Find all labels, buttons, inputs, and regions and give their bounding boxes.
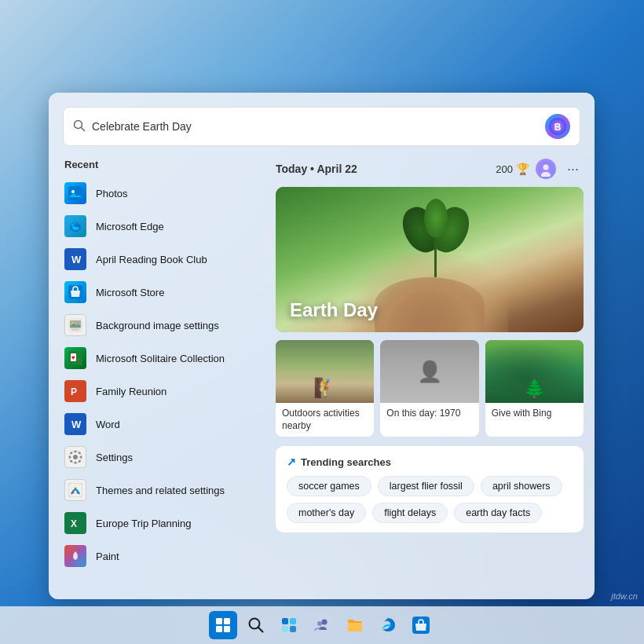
sidebar-item-europe-trip[interactable]: X Europe Trip Planning: [58, 507, 255, 540]
svg-point-36: [77, 492, 79, 494]
card-outdoors[interactable]: 🧗 Outdoors activities nearby: [276, 340, 374, 437]
sidebar-item-edge[interactable]: Microsoft Edge: [58, 210, 255, 243]
svg-point-26: [75, 462, 77, 464]
trending-tag-showers[interactable]: april showers: [481, 476, 562, 496]
sidebar-item-label: April Reading Book Club: [96, 254, 207, 265]
sidebar-item-label: Microsoft Solitaire Collection: [96, 353, 225, 364]
svg-line-1: [82, 127, 85, 130]
card-bing[interactable]: 🌲 Give with Bing: [485, 340, 584, 437]
svg-point-27: [69, 456, 71, 459]
svg-rect-43: [216, 618, 222, 624]
card-history-label: On this day: 1970: [380, 403, 478, 425]
photos-icon: [64, 182, 86, 204]
trending-section: ↗ Trending searches soccer games largest…: [276, 446, 584, 532]
sidebar-recent-title: Recent: [58, 156, 255, 177]
powerpoint-icon: P: [64, 380, 86, 402]
trophy-icon: 🏆: [516, 163, 529, 175]
sidebar-item-family-reunion[interactable]: P Family Reunion: [58, 375, 255, 408]
sidebar-item-store[interactable]: Microsoft Store: [58, 276, 255, 309]
trending-tag-fossil[interactable]: largest flier fossil: [378, 476, 474, 496]
trending-title: Trending searches: [301, 456, 391, 468]
store-taskbar-button[interactable]: [407, 611, 435, 639]
sidebar-item-label: Paint: [96, 551, 119, 562]
sidebar-item-settings[interactable]: Settings: [58, 441, 255, 474]
svg-point-30: [79, 460, 81, 463]
file-explorer-button[interactable]: [341, 611, 369, 639]
sidebar-item-label: Background image settings: [96, 320, 219, 331]
svg-point-28: [80, 456, 82, 459]
card-bing-image: 🌲: [485, 340, 584, 403]
sidebar-item-word[interactable]: W Word: [58, 408, 255, 441]
today-title: Today • April 22: [276, 163, 357, 175]
search-taskbar-button[interactable]: [242, 611, 270, 639]
sidebar: Recent Photos Microsoft Edge W: [49, 156, 265, 599]
svg-text:W: W: [71, 419, 82, 430]
svg-rect-50: [290, 618, 296, 624]
solitaire-icon: ♥: [64, 347, 86, 369]
right-panel: Today • April 22 200 🏆 ···: [265, 156, 595, 599]
svg-point-53: [322, 620, 327, 625]
sidebar-item-label: Themes and related settings: [96, 485, 225, 496]
card-history[interactable]: 👤 On this day: 1970: [380, 340, 478, 437]
hero-label: Earth Day: [290, 299, 378, 321]
search-input[interactable]: [92, 120, 545, 133]
svg-point-31: [79, 452, 81, 454]
svg-text:♥: ♥: [71, 354, 75, 361]
trending-tag-flight[interactable]: flight delays: [372, 503, 448, 523]
svg-text:P: P: [71, 386, 77, 397]
sidebar-item-label: Microsoft Store: [96, 287, 164, 298]
sidebar-item-paint[interactable]: Paint: [58, 540, 255, 573]
hero-plant: [404, 199, 467, 277]
svg-rect-12: [70, 320, 81, 328]
hero-image[interactable]: Earth Day: [276, 187, 584, 332]
trending-tag-soccer[interactable]: soccer games: [287, 476, 371, 496]
search-bar[interactable]: B: [63, 107, 580, 146]
sidebar-item-photos[interactable]: Photos: [58, 177, 255, 210]
watermark: jtdw.cn: [611, 591, 638, 601]
more-options-button[interactable]: ···: [562, 159, 584, 179]
points-badge: 200 🏆: [496, 163, 529, 175]
excel-icon: X: [64, 512, 86, 534]
trending-tags: soccer games largest flier fossil april …: [287, 476, 573, 523]
sidebar-item-label: Family Reunion: [96, 386, 166, 397]
svg-point-35: [75, 488, 77, 490]
widgets-button[interactable]: [275, 611, 303, 639]
svg-rect-45: [216, 626, 222, 632]
themes-icon: [64, 479, 86, 501]
svg-point-32: [70, 460, 72, 463]
trending-tag-earth[interactable]: earth day facts: [454, 503, 542, 523]
edge-taskbar-button[interactable]: [374, 611, 402, 639]
svg-rect-4: [68, 186, 82, 200]
svg-rect-15: [71, 329, 79, 331]
sidebar-item-solitaire[interactable]: ♥ Microsoft Solitaire Collection: [58, 342, 255, 375]
store-icon: [64, 281, 86, 303]
svg-text:W: W: [71, 254, 82, 265]
svg-rect-46: [224, 626, 230, 632]
svg-text:B: B: [554, 122, 562, 133]
svg-point-29: [70, 452, 72, 454]
svg-point-54: [317, 621, 322, 626]
svg-rect-52: [290, 626, 296, 632]
sidebar-item-themes[interactable]: Themes and related settings: [58, 474, 255, 507]
svg-rect-44: [224, 618, 230, 624]
bing-logo: B: [545, 114, 570, 139]
today-header: Today • April 22 200 🏆 ···: [276, 156, 584, 187]
paint-icon: [64, 545, 86, 567]
svg-rect-49: [282, 618, 288, 624]
card-grid: 🧗 Outdoors activities nearby 👤 On this d…: [276, 340, 584, 437]
svg-point-25: [75, 451, 77, 453]
search-icon: [73, 119, 86, 134]
avatar[interactable]: [536, 159, 556, 179]
trending-tag-mothers[interactable]: mother's day: [287, 503, 366, 523]
start-button[interactable]: [209, 611, 237, 639]
card-outdoors-label: Outdoors activities nearby: [276, 403, 374, 437]
main-content: Recent Photos Microsoft Edge W: [49, 156, 595, 599]
svg-point-13: [71, 322, 74, 324]
sidebar-item-bg-settings[interactable]: Background image settings: [58, 309, 255, 342]
sidebar-item-book-club[interactable]: W April Reading Book Club: [58, 243, 255, 276]
trending-arrow-icon: ↗: [287, 456, 296, 468]
start-menu: B Recent Photos Microsoft Edge: [49, 93, 595, 599]
teams-button[interactable]: [308, 611, 336, 639]
sidebar-item-label: Europe Trip Planning: [96, 518, 191, 529]
word-icon: W: [64, 248, 86, 270]
